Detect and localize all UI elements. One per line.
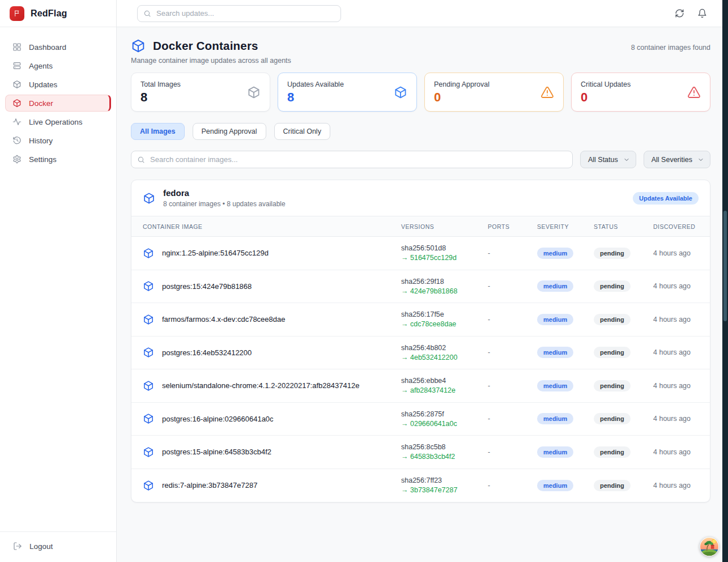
- container-image-name: nginx:1.25-alpine:516475cc129d: [162, 249, 269, 257]
- sidebar-item-updates[interactable]: Updates: [5, 76, 111, 93]
- stat-value: 8: [141, 90, 261, 105]
- activity-icon: [12, 117, 22, 126]
- sidebar-item-history[interactable]: History: [5, 132, 111, 149]
- severity-select[interactable]: All Severities: [644, 151, 710, 168]
- status-select-value: All Status: [588, 156, 618, 164]
- tab-critical-only[interactable]: Critical Only: [274, 123, 330, 140]
- status-badge: pending: [594, 413, 631, 424]
- table-row[interactable]: redis:7-alpine:3b73847e7287 sha256:7ff23…: [131, 469, 710, 503]
- version-current: sha256:7ff23: [401, 476, 488, 484]
- island-extension-icon[interactable]: [700, 537, 719, 556]
- filter-row: All Status All Severities: [131, 151, 710, 168]
- stat-label: Pending Approval: [434, 80, 554, 88]
- sidebar-item-label: History: [29, 137, 53, 145]
- search-icon: [137, 156, 145, 164]
- image-search-input[interactable]: [131, 151, 573, 168]
- dashboard-icon: [12, 42, 22, 52]
- container-cube-icon: [143, 480, 154, 491]
- version-update: → 516475cc129d: [401, 254, 488, 262]
- container-image-name: postgres:15-alpine:64583b3cb4f2: [162, 448, 271, 456]
- severity-badge: medium: [537, 248, 573, 259]
- logout-button[interactable]: Logout: [13, 542, 103, 551]
- tab-all-images[interactable]: All Images: [131, 123, 185, 140]
- result-count: 8 container images found: [631, 44, 710, 65]
- sidebar-item-label: Settings: [29, 155, 57, 164]
- table-row[interactable]: postgres:16-alpine:029660641a0c sha256:2…: [131, 403, 710, 436]
- container-image-name: postgres:15:424e79b81868: [162, 282, 252, 291]
- main-area: Docker Containers Manage container image…: [117, 0, 722, 562]
- severity-badge: medium: [537, 280, 573, 292]
- stat-card-updates-available: Updates Available 8: [278, 73, 417, 112]
- refresh-icon[interactable]: [675, 8, 684, 18]
- version-current: sha256:8c5b8: [401, 443, 488, 451]
- version-current: sha256:17f5e: [401, 310, 488, 318]
- container-cube-icon: [143, 248, 154, 259]
- container-cube-icon: [143, 314, 154, 325]
- stat-label: Critical Updates: [581, 80, 701, 88]
- sidebar-nav: Dashboard Agents Updates Docker Live Ope…: [0, 27, 116, 179]
- bell-icon[interactable]: [697, 8, 707, 18]
- tab-pending-approval[interactable]: Pending Approval: [193, 123, 266, 140]
- stat-card-critical-updates: Critical Updates 0: [571, 73, 710, 112]
- table-row[interactable]: nginx:1.25-alpine:516475cc129d sha256:50…: [131, 237, 710, 270]
- severity-badge: medium: [537, 446, 573, 458]
- container-image-name: postgres:16:4eb532412200: [162, 348, 252, 357]
- filter-tabs: All Images Pending Approval Critical Onl…: [131, 123, 710, 140]
- discovered-value: 4 hours ago: [653, 316, 699, 323]
- history-icon: [12, 136, 22, 145]
- status-badge: pending: [594, 248, 631, 259]
- sidebar-item-label: Updates: [29, 80, 57, 89]
- status-badge: pending: [594, 314, 631, 325]
- status-badge: pending: [594, 280, 631, 292]
- version-update: → 4eb532412200: [401, 354, 488, 361]
- container-image-name: redis:7-alpine:3b73847e7287: [162, 481, 257, 489]
- warning-triangle-icon: [540, 86, 554, 99]
- status-badge: pending: [594, 380, 631, 391]
- ports-value: -: [488, 249, 537, 257]
- container-cube-icon: [143, 413, 154, 424]
- page-scrollbar[interactable]: [722, 0, 728, 562]
- table-header-row: CONTAINER IMAGE VERSIONS PORTS SEVERITY …: [131, 216, 710, 237]
- container-cube-icon: [143, 347, 154, 358]
- ports-value: -: [488, 316, 537, 323]
- content: Docker Containers Manage container image…: [117, 27, 722, 562]
- version-update: → 3b73847e7287: [401, 486, 488, 494]
- updates-cube-icon: [12, 80, 22, 89]
- sidebar-footer: Logout: [0, 531, 116, 562]
- discovered-value: 4 hours ago: [653, 415, 699, 423]
- table-row[interactable]: postgres:15:424e79b81868 sha256:29f18 → …: [131, 270, 710, 304]
- stat-value: 0: [434, 90, 554, 105]
- scrollbar-thumb[interactable]: [723, 211, 727, 321]
- column-header: SEVERITY: [537, 223, 594, 230]
- sidebar-item-docker[interactable]: Docker: [5, 95, 111, 112]
- sidebar-item-live-operations[interactable]: Live Operations: [5, 113, 111, 130]
- table-row[interactable]: postgres:16:4eb532412200 sha256:4b802 → …: [131, 337, 710, 370]
- image-group-card: fedora 8 container images • 8 updates av…: [131, 180, 710, 503]
- version-update: → 424e79b81868: [401, 287, 488, 295]
- sidebar-item-settings[interactable]: Settings: [5, 151, 111, 168]
- sidebar-item-agents[interactable]: Agents: [5, 57, 111, 74]
- column-header: VERSIONS: [401, 223, 488, 230]
- sidebar-item-dashboard[interactable]: Dashboard: [5, 39, 111, 56]
- logout-icon: [13, 542, 22, 551]
- group-name: fedora: [163, 188, 286, 198]
- status-select[interactable]: All Status: [580, 151, 636, 168]
- discovered-value: 4 hours ago: [653, 249, 699, 257]
- group-summary: 8 container images • 8 updates available: [163, 200, 286, 208]
- severity-select-value: All Severities: [652, 156, 692, 164]
- table-row[interactable]: selenium/standalone-chrome:4.1.2-2022021…: [131, 369, 710, 403]
- group-header: fedora 8 container images • 8 updates av…: [131, 180, 710, 216]
- container-image-name: postgres:16-alpine:029660641a0c: [162, 415, 274, 423]
- discovered-value: 4 hours ago: [653, 482, 699, 489]
- agents-icon: [12, 61, 22, 70]
- table-row[interactable]: postgres:15-alpine:64583b3cb4f2 sha256:8…: [131, 436, 710, 469]
- ports-value: -: [488, 282, 537, 290]
- table-row[interactable]: farmos/farmos:4.x-dev:cdc78cee8dae sha25…: [131, 303, 710, 337]
- discovered-value: 4 hours ago: [653, 382, 699, 390]
- stat-label: Updates Available: [287, 80, 407, 88]
- global-search-input[interactable]: [137, 5, 341, 22]
- version-current: sha256:2875f: [401, 410, 488, 418]
- ports-value: -: [488, 382, 537, 390]
- stat-value: 0: [581, 90, 701, 105]
- page-subtitle: Manage container image updates across al…: [131, 57, 291, 65]
